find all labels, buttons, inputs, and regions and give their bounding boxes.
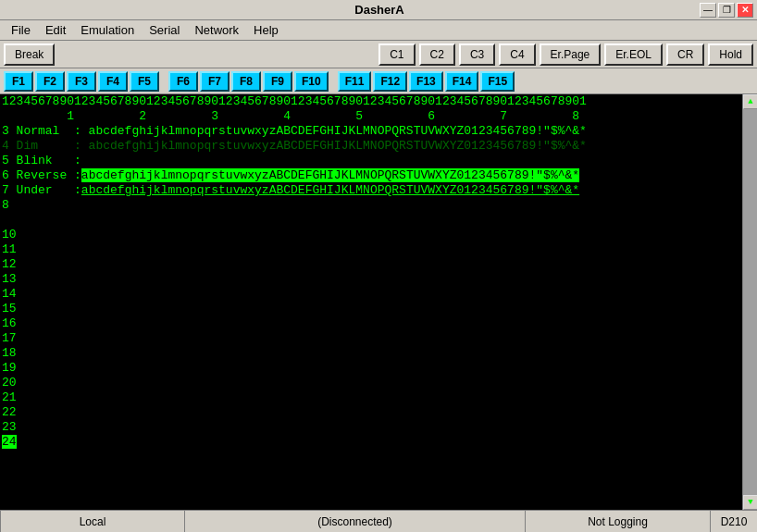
status-logging: Not Logging — [526, 511, 711, 532]
f3-button[interactable]: F3 — [67, 71, 96, 92]
hold-button[interactable]: Hold — [708, 43, 753, 66]
terminal-display[interactable]: 1234567890123456789012345678901234567890… — [0, 94, 757, 510]
minimize-icon: — — [703, 5, 713, 15]
terminal-line11: 11 — [0, 242, 757, 257]
terminal-ruler1: 1234567890123456789012345678901234567890… — [0, 94, 757, 109]
terminal-line18: 18 — [0, 346, 757, 361]
f12-button[interactable]: F12 — [373, 71, 407, 92]
f5-button[interactable]: F5 — [130, 71, 159, 92]
scroll-up-icon: ▲ — [748, 97, 752, 106]
terminal-line8: 8 — [0, 198, 757, 213]
f13-button[interactable]: F13 — [409, 71, 443, 92]
window-title: DasherA — [59, 3, 700, 17]
scroll-down-icon: ▼ — [748, 498, 752, 507]
terminal-line20: 20 — [0, 376, 757, 390]
menu-edit[interactable]: Edit — [38, 21, 73, 39]
scroll-down-button[interactable]: ▼ — [743, 495, 757, 510]
terminal-scrollbar[interactable]: ▲ ▼ — [742, 94, 757, 510]
terminal-line22: 22 — [0, 405, 757, 420]
terminal-line7: 7 Under :abcdefghijklmnopqrstuvwxyzABCDE… — [0, 183, 757, 198]
menu-serial[interactable]: Serial — [142, 21, 187, 39]
window-controls: — ❐ ✕ — [700, 3, 753, 18]
f7-button[interactable]: F7 — [200, 71, 230, 92]
cursor: 24 — [2, 435, 17, 449]
scroll-up-button[interactable]: ▲ — [743, 94, 757, 109]
terminal-line19: 19 — [0, 361, 757, 376]
f6-button[interactable]: F6 — [168, 71, 198, 92]
title-bar: DasherA — ❐ ✕ — [0, 0, 757, 20]
terminal-line12: 12 — [0, 257, 757, 272]
terminal-line5: 5 Blink : — [0, 154, 757, 168]
menu-file[interactable]: File — [4, 21, 38, 39]
status-mode: D210 — [711, 511, 757, 532]
status-disconnected: (Disconnected) — [185, 511, 526, 532]
f1-button[interactable]: F1 — [4, 71, 33, 92]
terminal-line10: 10 — [0, 228, 757, 242]
terminal-line16: 16 — [0, 316, 757, 331]
break-button[interactable]: Break — [4, 43, 55, 66]
terminal-line17: 17 — [0, 331, 757, 346]
c1-button[interactable]: C1 — [378, 43, 415, 66]
minimize-button[interactable]: — — [700, 3, 716, 18]
status-local: Local — [0, 511, 185, 532]
f10-button[interactable]: F10 — [294, 71, 329, 92]
menu-emulation[interactable]: Emulation — [73, 21, 142, 39]
toolbar1: Break C1 C2 C3 C4 Er.Page Er.EOL CR Hold — [0, 41, 757, 68]
terminal-line6: 6 Reverse :abcdefghijklmnopqrstuvwxyzABC… — [0, 168, 757, 183]
function-key-bar: F1 F2 F3 F4 F5 F6 F7 F8 F9 F10 F11 F12 F… — [0, 68, 757, 94]
terminal-ruler2: 1 2 3 4 5 6 7 8 — [0, 109, 757, 124]
f2-button[interactable]: F2 — [35, 71, 65, 92]
menu-bar: File Edit Emulation Serial Network Help — [0, 20, 757, 41]
ereol-button[interactable]: Er.EOL — [604, 43, 663, 66]
f8-button[interactable]: F8 — [231, 71, 261, 92]
c4-button[interactable]: C4 — [499, 43, 535, 66]
terminal-line9 — [0, 213, 757, 228]
c2-button[interactable]: C2 — [419, 43, 455, 66]
f9-button[interactable]: F9 — [263, 71, 292, 92]
terminal-line24: 24 — [0, 435, 757, 450]
terminal-content: 1234567890123456789012345678901234567890… — [0, 94, 757, 450]
f14-button[interactable]: F14 — [445, 71, 479, 92]
terminal-line14: 14 — [0, 287, 757, 302]
terminal-line23: 23 — [0, 420, 757, 435]
cr-button[interactable]: CR — [666, 43, 704, 66]
erpage-button[interactable]: Er.Page — [540, 43, 602, 66]
restore-icon: ❐ — [723, 5, 731, 15]
scroll-track[interactable] — [743, 109, 757, 495]
f4-button[interactable]: F4 — [98, 71, 128, 92]
f11-button[interactable]: F11 — [338, 71, 372, 92]
terminal-line3: 3 Normal : abcdefghijklmnopqrstuvwxyzABC… — [0, 124, 757, 139]
terminal-line13: 13 — [0, 272, 757, 287]
close-icon: ✕ — [741, 5, 749, 15]
f15-button[interactable]: F15 — [480, 71, 515, 92]
menu-network[interactable]: Network — [187, 21, 246, 39]
terminal-line21: 21 — [0, 390, 757, 405]
restore-button[interactable]: ❐ — [718, 3, 735, 18]
menu-help[interactable]: Help — [246, 21, 286, 39]
terminal-line4: 4 Dim : abcdefghijklmnopqrstuvwxyzABCDEF… — [0, 139, 757, 154]
terminal-line15: 15 — [0, 302, 757, 316]
c3-button[interactable]: C3 — [459, 43, 495, 66]
close-button[interactable]: ✕ — [737, 3, 753, 18]
status-bar: Local (Disconnected) Not Logging D210 — [0, 510, 757, 532]
